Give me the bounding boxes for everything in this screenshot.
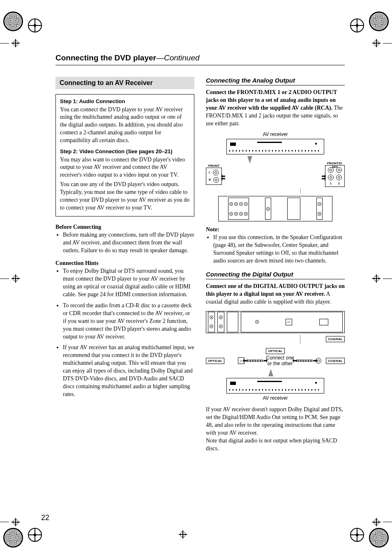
step2-heading: Step 2: Video Connection (See pages 20–2… [60, 148, 190, 155]
jack-label-1: 1 [330, 182, 332, 185]
step1-body: You can connect the DVD player to your A… [60, 106, 190, 145]
page-title: Connecting the DVD player—Continued [55, 53, 345, 65]
crop-mark [12, 518, 20, 526]
jack-label-r: R [209, 178, 211, 181]
page-number: 22 [41, 514, 49, 522]
section-heading: Connecting to an AV Receiver [55, 77, 194, 89]
registration-mark [369, 528, 389, 548]
connect-one-note: Connect one or the other [266, 355, 294, 367]
digital-output-heading: Connecting the Digital Output [206, 271, 345, 279]
connect-one-line2: or the other [266, 361, 294, 366]
analog-output-text: Connect the FRONT/D.MIX 1 or 2 AUDIO OUT… [206, 89, 345, 127]
crop-mark [12, 39, 20, 47]
diagram-caption-bottom: AV receiver [206, 395, 345, 401]
step1-heading: Step 1: Audio Connection [60, 98, 190, 105]
list-item: Before making any connections, turn off … [63, 231, 194, 255]
left-column: Connecting to an AV Receiver Step 1: Aud… [55, 77, 194, 453]
page-title-continued: —Continued [156, 53, 200, 62]
step2-body-2: You can use any of the DVD player's vide… [60, 181, 190, 212]
crop-mark [12, 274, 20, 283]
digital-output-bold: Connect one of the DIGITAL AUDIO OUTPUT … [206, 283, 345, 297]
hairline [383, 522, 392, 522]
list-item: If you use this connection, in the Speak… [213, 234, 345, 265]
rca-jack-icon [328, 167, 334, 173]
registration-mark [3, 12, 23, 31]
registration-mark [350, 528, 364, 542]
jack-label-2: 2 [338, 182, 340, 185]
av-receiver-icon [226, 378, 324, 394]
crop-mark [372, 274, 380, 283]
front-jacks: FRONT L R [206, 168, 222, 185]
connect-one-line1: Connect one [266, 355, 294, 361]
connection-hints-heading: Connection Hints [55, 260, 194, 267]
crop-mark [372, 518, 380, 526]
analog-connection-diagram: AV receiver FRONT L R FRONT/D. MIX [206, 131, 345, 221]
coaxial-cable-icon [297, 359, 313, 362]
before-connecting-list: Before making any connections, turn off … [55, 231, 194, 255]
right-column: Connecting the Analog Output Connect the… [206, 77, 345, 453]
hairline [383, 43, 392, 44]
digital-note-2: Note that digital audio is not output wh… [206, 437, 345, 453]
hairline [0, 279, 9, 279]
crop-mark [179, 530, 187, 539]
rca-jack-icon [336, 175, 342, 180]
digital-connection-diagram: ▭ COAXIAL OPTICAL OPTI [206, 311, 345, 401]
cable-row: FRONT L R FRONT/D. MIX 12 [206, 165, 345, 187]
arrow-down-icon [247, 156, 252, 164]
rca-jack-icon [336, 167, 342, 173]
registration-mark [28, 528, 42, 542]
steps-box: Step 1: Audio Connection You can connect… [55, 94, 194, 216]
optical-cable-icon [247, 359, 263, 362]
optical-label: OPTICAL [266, 348, 284, 354]
cable-choice-row: OPTICAL ▭ Connect one or the other COAXI… [206, 355, 345, 367]
front-dmix-jacks: FRONT/D. MIX 12 [325, 165, 345, 187]
hairline [0, 522, 9, 522]
jack-label-l: L [209, 171, 210, 174]
analog-output-heading: Connecting the Analog Output [206, 77, 345, 85]
arrow-up-icon [268, 369, 273, 376]
before-connecting-heading: Before Connecting [55, 224, 194, 230]
rca-jack-icon [328, 175, 334, 180]
note-heading: Note: [206, 226, 345, 233]
coaxial-label: COAXIAL [326, 336, 345, 342]
registration-mark [28, 18, 42, 32]
rca-jack-icon [213, 177, 219, 183]
rca-jack-icon [213, 170, 219, 175]
registration-mark [350, 18, 364, 32]
connection-hints-list: To enjoy Dolby Digital or DTS surround s… [55, 267, 194, 398]
coaxial-jack-icon [255, 320, 259, 324]
optical-label: OPTICAL [206, 358, 224, 364]
note-list: If you use this connection, in the Speak… [206, 234, 345, 265]
dvd-rear-panel-icon [218, 196, 332, 221]
coaxial-row: COAXIAL [206, 335, 345, 344]
registration-mark [369, 12, 389, 31]
list-item: To record the audio from a CD-R disc to … [63, 302, 194, 341]
hairline [383, 279, 392, 279]
registration-mark [3, 528, 23, 548]
jack-label-front: FRONT [206, 164, 221, 168]
analog-output-bold: Connect the FRONT/D.MIX 1 or 2 AUDIO OUT… [206, 89, 337, 111]
coaxial-label: COAXIAL [326, 358, 345, 364]
page: Connecting the DVD player—Continued Conn… [0, 0, 392, 555]
optical-port-icon: ▭ [286, 319, 292, 325]
digital-output-text: Connect one of the DIGITAL AUDIO OUTPUT … [206, 283, 345, 306]
av-receiver-icon [226, 139, 324, 154]
list-item: If your AV receiver has an analog multic… [63, 344, 194, 398]
crop-mark [372, 39, 380, 47]
page-title-main: Connecting the DVD player [55, 53, 156, 62]
dvd-rear-panel-icon: ▭ [206, 311, 345, 333]
step2-body-1: You may also want to connect the DVD pla… [60, 156, 190, 180]
optical-label-row: OPTICAL [206, 348, 345, 354]
digital-note-1: If your AV receiver doesn't support Dolb… [206, 406, 345, 437]
diagram-caption-top: AV receiver [206, 131, 345, 137]
list-item: To enjoy Dolby Digital or DTS surround s… [63, 267, 194, 299]
hairline [0, 43, 9, 44]
coaxial-jack-icon [316, 358, 321, 364]
content-columns: Connecting to an AV Receiver Step 1: Aud… [55, 77, 345, 453]
